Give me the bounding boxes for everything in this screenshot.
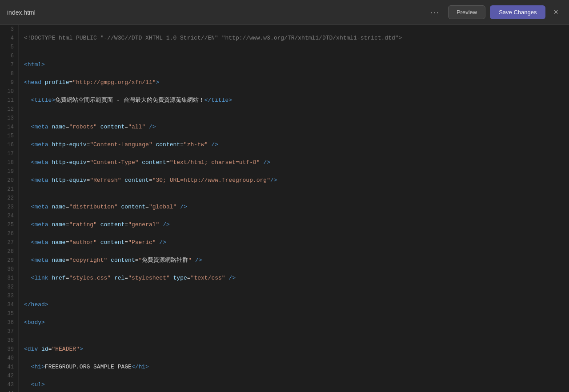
- code-line: <meta http-equiv="Content-Type" content=…: [24, 158, 569, 167]
- file-title: index.html: [7, 9, 421, 16]
- code-line: <meta http-equiv="Refresh" content="30; …: [24, 176, 569, 185]
- code-line: <meta name="rating" content="general" />: [24, 220, 569, 229]
- code-line: <meta name="distribution" content="globa…: [24, 203, 569, 212]
- toolbar-actions: ··· Preview Save Changes ×: [426, 4, 562, 20]
- code-editor: 3 4 5 6 7 8 9 10 11 12 13 14 15 16 17 18…: [0, 25, 569, 392]
- code-line: <ul>: [24, 380, 569, 389]
- close-button[interactable]: ×: [550, 5, 562, 20]
- code-line: <meta name="copyright" content="免費資源網路社群…: [24, 256, 569, 265]
- line-numbers: 3 4 5 6 7 8 9 10 11 12 13 14 15 16 17 18…: [0, 25, 19, 392]
- code-line: <!DOCTYPE html PUBLIC "-//W3C//DTD XHTML…: [24, 34, 569, 43]
- code-line: <link href="styles.css" rel="stylesheet"…: [24, 274, 569, 283]
- code-line: <title>免費網站空間示範頁面 - 台灣最大的免費資源蒐集網站！</titl…: [24, 96, 569, 105]
- preview-button[interactable]: Preview: [448, 5, 485, 19]
- code-line: </head>: [24, 300, 569, 309]
- code-line: <meta name="author" content="Pseric" />: [24, 238, 569, 247]
- code-line: <meta http-equiv="Content-Language" cont…: [24, 140, 569, 149]
- save-changes-button[interactable]: Save Changes: [490, 5, 545, 19]
- code-line: <meta name="robots" content="all" />: [24, 123, 569, 132]
- code-line: <div id="HEADER">: [24, 345, 569, 354]
- code-line: <html>: [24, 60, 569, 69]
- code-line: <h1>FREEGROUP.ORG SAMPLE PAGE</h1>: [24, 363, 569, 372]
- more-button[interactable]: ···: [426, 4, 444, 20]
- code-line: <head profile="http://gmpg.org/xfn/11">: [24, 78, 569, 87]
- code-line: <body>: [24, 318, 569, 327]
- code-content[interactable]: <!DOCTYPE html PUBLIC "-//W3C//DTD XHTML…: [19, 25, 569, 392]
- toolbar: index.html ··· Preview Save Changes ×: [0, 0, 569, 25]
